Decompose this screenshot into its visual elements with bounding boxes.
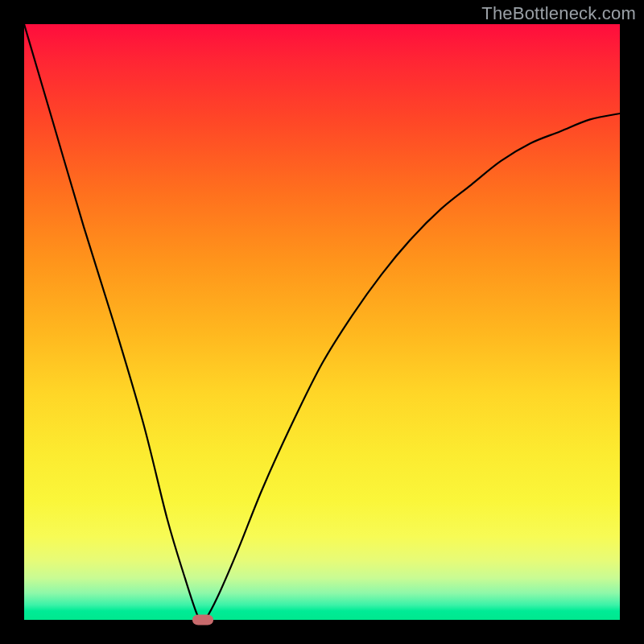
chart-frame: TheBottleneck.com xyxy=(0,0,644,644)
attribution-label: TheBottleneck.com xyxy=(481,3,636,24)
bottleneck-curve xyxy=(24,24,620,620)
optimal-marker xyxy=(192,615,213,625)
plot-area xyxy=(24,24,620,620)
